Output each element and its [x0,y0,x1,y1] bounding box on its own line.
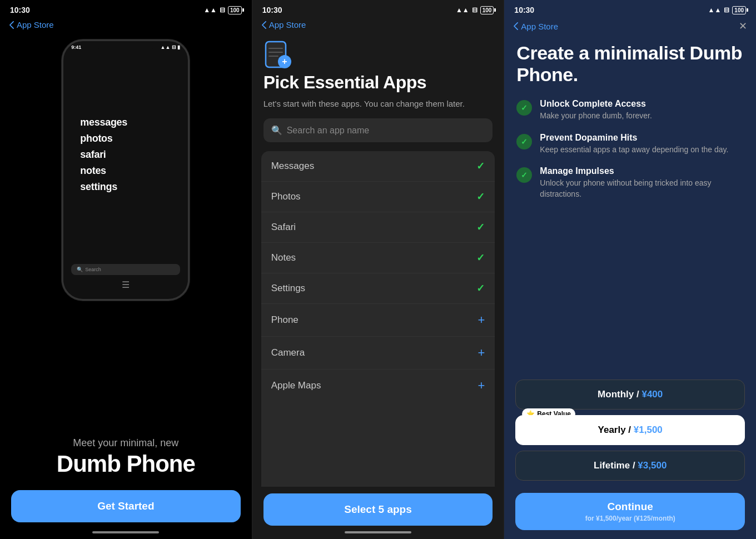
check-icon-photos: ✓ [476,191,485,203]
feature-check-3: ✓ [516,167,532,183]
yearly-price-container: ⭐ Best Value Yearly / ¥1,500 [515,415,745,445]
app-icon-header: + [252,34,504,73]
back-label-2: App Store [269,20,306,29]
svg-text:+: + [282,57,287,66]
feature-text-1: Unlock Complete Access Make your phone d… [540,99,744,122]
check-mark-2: ✓ [521,137,528,146]
battery-icon-3: 100 [732,6,746,14]
wifi-icon-2: ⊟ [472,6,478,14]
panel-3-main: Create a minimalist Dumb Phone. ✓ Unlock… [504,37,756,380]
home-indicator-2 [345,531,411,533]
app-name-phone: Phone [271,315,299,326]
main-title-1: Dumb Phone [13,452,238,476]
home-indicator-1 [92,531,159,533]
panel-pick-apps: 10:30 ▲▲ ⊟ 100 App Store + [252,0,505,539]
list-item[interactable]: Settings ✓ [261,273,495,304]
list-item[interactable]: Phone + [261,304,495,337]
check-icon-safari: ✓ [476,221,485,233]
feature-desc-2: Keep essential apps a tap away depending… [540,144,744,156]
battery-icon: 100 [228,6,242,14]
app-icon: + [263,39,294,69]
list-item[interactable]: Notes ✓ [261,243,495,273]
feature-title-2: Prevent Dopamine Hits [540,133,744,143]
plus-icon-phone: + [478,313,485,327]
panel-intro: 10:30 ▲▲ ⊟ 100 App Store 9:41 ▲▲ ⊟ ▮ mes… [0,0,252,539]
close-button[interactable]: ✕ [739,20,747,32]
list-item[interactable]: Photos ✓ [261,182,495,212]
phone-status-icons: ▲▲ ⊟ ▮ [161,44,181,50]
battery-icon-2: 100 [480,6,494,14]
nav-bar-2: App Store [252,18,504,34]
tagline: Meet your minimal, new [13,437,238,449]
phone-menu-icon: ☰ [122,280,130,290]
check-mark-1: ✓ [521,103,528,112]
app-name-settings: Settings [271,283,305,294]
status-time-3: 10:30 [514,6,534,14]
phone-bottom-bar: 🔍 Search ☰ [63,259,188,299]
phone-app-messages: messages [80,117,127,128]
phone-app-safari: safari [80,149,106,161]
list-item[interactable]: Apple Maps + [261,370,495,402]
list-item[interactable]: Safari ✓ [261,212,495,243]
phone-search: 🔍 Search [71,264,180,275]
check-mark-3: ✓ [521,171,528,179]
feature-title-3: Manage Impulses [540,166,744,176]
back-label-3: App Store [521,22,558,31]
lifetime-price-button[interactable]: Lifetime / ¥3,500 [515,451,745,481]
phone-app-list: messages photos safari notes settings [63,50,188,259]
back-button-3[interactable]: App Store [513,22,558,31]
feature-item-3: ✓ Manage Impulses Unlock your phone with… [516,166,744,199]
panel-3-content: Create a minimalist Dumb Phone. ✓ Unlock… [504,37,756,539]
feature-text-2: Prevent Dopamine Hits Keep essential app… [540,133,744,156]
pick-title: Pick Essential Apps [252,73,504,98]
feature-desc-3: Unlock your phone without being tricked … [540,178,744,199]
back-label-1: App Store [17,20,54,29]
continue-button[interactable]: Continue for ¥1,500/year (¥125/month) [515,493,745,530]
feature-item-2: ✓ Prevent Dopamine Hits Keep essential a… [516,133,744,156]
back-button-1[interactable]: App Store [9,20,54,29]
phone-search-icon: 🔍 [77,267,83,272]
nav-bar-1: App Store [0,18,252,34]
list-item[interactable]: Camera + [261,337,495,370]
feature-check-1: ✓ [516,100,532,116]
phone-search-text: Search [85,267,101,272]
signal-icon-3: ▲▲ [708,6,722,14]
app-name-messages: Messages [271,161,314,172]
app-name-notes: Notes [271,252,296,263]
plus-icon-maps: + [478,378,485,393]
phone-app-photos: photos [80,133,112,144]
signal-icon: ▲▲ [203,6,217,14]
search-placeholder: Search an app name [287,126,370,136]
feature-title-1: Unlock Complete Access [540,99,744,109]
check-icon-notes: ✓ [476,252,485,264]
check-icon-settings: ✓ [476,282,485,295]
wifi-icon: ⊟ [220,6,225,14]
signal-icon-2: ▲▲ [456,6,469,14]
app-name-photos: Photos [271,191,301,202]
status-bar-2: 10:30 ▲▲ ⊟ 100 [252,0,504,18]
status-icons-2: ▲▲ ⊟ 100 [456,6,494,14]
monthly-price: ¥400 [641,389,663,400]
list-item[interactable]: Messages ✓ [261,151,495,182]
get-started-button[interactable]: Get Started [11,490,241,522]
feature-desc-1: Make your phone dumb, forever. [540,111,744,122]
continue-subtitle: for ¥1,500/year (¥125/month) [523,515,737,522]
back-button-2[interactable]: App Store [261,20,306,29]
continue-label: Continue [523,501,737,513]
monthly-price-button[interactable]: Monthly / ¥400 [515,380,745,410]
app-name-maps: Apple Maps [271,380,321,391]
panel-2-content: + Pick Essential Apps Let's start with t… [252,34,504,539]
app-name-camera: Camera [271,347,305,358]
search-icon: 🔍 [271,125,282,136]
check-icon-messages: ✓ [476,160,485,172]
phone-app-settings: settings [80,181,117,193]
select-apps-button[interactable]: Select 5 apps [263,493,493,526]
yearly-price-button[interactable]: Yearly / ¥1,500 [515,415,745,445]
phone-app-notes: notes [80,165,106,177]
phone-mockup: 9:41 ▲▲ ⊟ ▮ messages photos safari notes… [62,39,190,301]
search-bar[interactable]: 🔍 Search an app name [263,118,493,142]
wifi-icon-3: ⊟ [724,6,729,14]
panel-1-text: Meet your minimal, new Dumb Phone [0,426,252,480]
status-icons-3: ▲▲ ⊟ 100 [708,6,746,14]
pricing-section: Monthly / ¥400 ⭐ Best Value Yearly / ¥1,… [504,380,756,486]
